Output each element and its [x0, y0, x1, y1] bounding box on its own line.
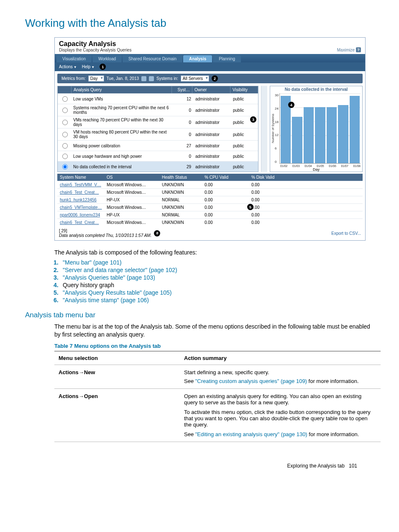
cpu-cell: 0.00	[202, 181, 249, 188]
panel-subtitle: Displays the Capacity Analysis Queries	[59, 48, 131, 52]
system-name-link[interactable]: hunk1_hunk123456	[57, 196, 104, 203]
query-radio[interactable]	[62, 132, 68, 137]
system-name-link[interactable]: npar0006_lionenv234	[57, 211, 104, 218]
query-syst: 29	[173, 163, 193, 170]
export-csv-link[interactable]: Export to CSV...	[331, 231, 361, 236]
cpu-cell: 0.00	[202, 189, 249, 196]
menu-actions-new: Actions→New	[54, 365, 180, 388]
system-name-link[interactable]: chain6_Test_Creat…	[57, 219, 104, 226]
col-os[interactable]: OS	[104, 174, 159, 181]
query-visibility: public	[231, 131, 258, 138]
feature-list: "Menu bar" (page 101)"Server and data ra…	[54, 259, 374, 303]
col-visibility[interactable]: Visibility	[230, 86, 258, 93]
col-health-status[interactable]: Health Status	[159, 174, 202, 181]
feature-link[interactable]: "Server and data range selector" (page 1…	[63, 267, 177, 273]
query-row[interactable]: Missing power calibration27administrator…	[58, 140, 258, 151]
query-history-chart: No data collected in the interval Number…	[270, 86, 363, 172]
callout-2: 2	[212, 75, 218, 82]
xtick: 01/06	[329, 164, 336, 167]
ytick: 18	[275, 120, 279, 124]
disk-cell: 0.00	[249, 219, 363, 226]
col-disk-valid[interactable]: % Disk Valid	[249, 174, 363, 181]
scrollbar[interactable]	[261, 86, 267, 172]
tab-workload[interactable]: Workload	[92, 55, 122, 62]
xtick: 01/05	[317, 164, 324, 167]
system-name-link[interactable]: chain5_VMTemplate…	[57, 204, 104, 211]
query-owner: administrator	[193, 153, 231, 160]
summary-open-p1: Open an existing analysis query for edit…	[184, 393, 376, 406]
query-row[interactable]: Low usage hardware and high power0admini…	[58, 151, 258, 161]
os-cell: HP-UX	[104, 211, 159, 218]
result-row[interactable]: npar0006_lionenv234HP-UXNORMAL0.000.00	[57, 211, 363, 218]
link-creating-queries[interactable]: "Creating custom analysis queries" (page…	[195, 378, 307, 384]
system-name-link[interactable]: chain5_TestVMM_V…	[57, 181, 104, 188]
actions-menu[interactable]: Actions▼	[59, 64, 77, 69]
col-system-name[interactable]: System Name	[57, 174, 104, 181]
disk-cell: 0.00	[249, 181, 363, 188]
time-stamp: Data analysis completed Thu, 1/10/2013 1…	[59, 233, 151, 238]
feature-link[interactable]: "Analysis Query Results table" (page 105…	[63, 289, 172, 296]
result-row[interactable]: hunk1_hunk123456HP-UXNORMAL0.000.00	[57, 196, 363, 203]
calendar-icon[interactable]	[141, 76, 146, 81]
result-row[interactable]: chain5_VMTemplate…Microsoft Windows…UNKN…	[57, 203, 363, 211]
range-select[interactable]: Day	[88, 75, 104, 82]
os-cell: Microsoft Windows…	[104, 204, 159, 211]
col-owner[interactable]: Owner	[192, 86, 230, 93]
ytick: 24	[275, 107, 279, 111]
query-owner: administrator	[193, 131, 231, 138]
tab-shared-resource[interactable]: Shared Resource Domain	[123, 55, 182, 62]
maximize-link[interactable]: Maximize ?	[337, 47, 361, 52]
query-name: Low usage VMs	[71, 95, 173, 103]
query-radio[interactable]	[62, 108, 68, 113]
col-analysis-query[interactable]: Analysis Query	[72, 86, 172, 93]
result-row[interactable]: chain5_TestVMM_V…Microsoft Windows…UNKNO…	[57, 181, 363, 188]
query-visibility: public	[231, 107, 258, 114]
chevron-down-icon: ▼	[74, 65, 77, 69]
feature-item: "Analysis Query Results table" (page 105…	[64, 289, 374, 296]
summary-open-p2: To activate this menu option, click the …	[184, 409, 376, 428]
query-radio[interactable]	[62, 164, 68, 170]
query-radio[interactable]	[62, 143, 68, 149]
feature-item: "Analysis time stamp" (page 106)	[64, 297, 374, 303]
refresh-icon[interactable]	[149, 76, 154, 81]
chart-bar	[292, 117, 302, 163]
metrics-bar: Metrics from: Day Tue, Jan. 8, 2013 Syst…	[57, 74, 363, 83]
system-name-link[interactable]: chain6_Test_Creat…	[57, 189, 104, 196]
section-paragraph: The menu bar is at the top of the Analys…	[54, 323, 374, 339]
query-syst: 0	[173, 107, 193, 114]
summary-actions-open: Open an existing analysis query for edit…	[180, 388, 381, 442]
query-radio[interactable]	[62, 120, 68, 125]
query-radio[interactable]	[62, 96, 68, 102]
ytick: 0	[275, 160, 279, 164]
systems-select[interactable]: All Servers	[181, 75, 209, 82]
result-row[interactable]: chain6_Test_Creat…Microsoft Windows…UNKN…	[57, 188, 363, 196]
feature-link[interactable]: "Analysis Queries table" (page 103)	[63, 274, 155, 281]
result-row[interactable]: chain6_Test_Creat…Microsoft Windows…UNKN…	[57, 218, 363, 226]
xtick: 01/07	[341, 164, 348, 167]
query-radio[interactable]	[62, 154, 68, 159]
xtick: 01/08	[353, 164, 361, 167]
tab-visualization[interactable]: Visualization	[56, 55, 92, 62]
tab-analysis[interactable]: Analysis	[183, 55, 212, 62]
query-visibility: public	[231, 163, 258, 170]
help-icon[interactable]: ?	[356, 47, 361, 52]
query-name: Low usage hardware and high power	[71, 153, 173, 160]
query-row[interactable]: VMs reaching 70 percent CPU within the n…	[58, 116, 258, 128]
tab-planning[interactable]: Planning	[213, 55, 241, 62]
footer-text: Exploring the Analysis tab	[287, 463, 345, 469]
help-menu[interactable]: Help▼	[82, 64, 95, 69]
col-cpu-valid[interactable]: % CPU Valid	[202, 174, 249, 181]
query-row[interactable]: Systems reaching 70 percent CPU within t…	[58, 104, 258, 116]
query-row[interactable]: Low usage VMs12administratorpublic	[58, 93, 258, 104]
query-row[interactable]: VM hosts reaching 80 percent CPU within …	[58, 128, 258, 140]
feature-link[interactable]: "Menu bar" (page 101)	[63, 259, 122, 266]
page-footer: Exploring the Analysis tab 101	[25, 463, 374, 469]
health-cell: UNKNOWN	[159, 189, 202, 196]
query-row[interactable]: No data collected in the interval29admin…	[58, 161, 258, 172]
disk-cell: 0.00	[249, 211, 363, 218]
feature-link[interactable]: "Analysis time stamp" (page 106)	[63, 297, 149, 303]
cpu-cell: 0.00	[202, 211, 249, 218]
col-systems[interactable]: Syst…	[172, 86, 192, 93]
link-editing-query[interactable]: "Editing an existing analysis query" (pa…	[195, 431, 307, 437]
query-visibility: public	[231, 95, 258, 103]
